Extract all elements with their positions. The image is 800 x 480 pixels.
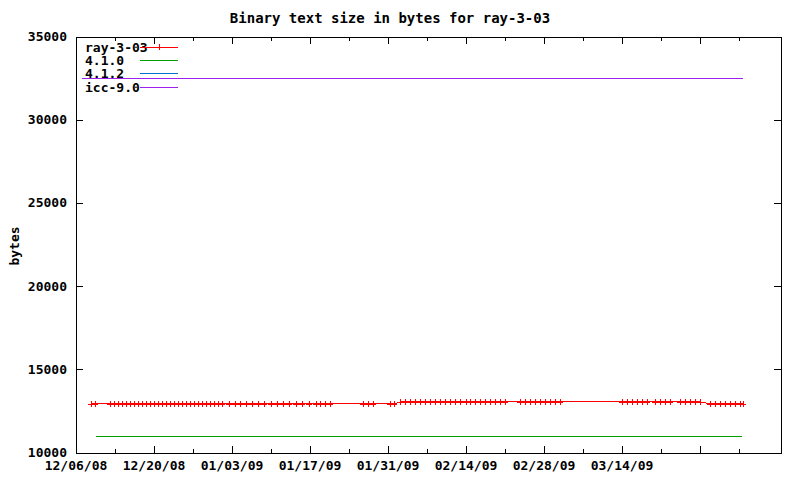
chart-title: Binary text size in bytes for ray-3-03 [0,10,780,26]
y-tick-label: 30000 [28,112,67,127]
y-tick-label: 20000 [28,279,67,294]
axes-ticks: 10000150002000025000300003500012/06/0812… [28,29,781,473]
legend: ray-3-034.1.04.1.2icc-9.0 [85,40,178,95]
x-tick-label: 01/31/09 [357,458,420,473]
y-tick-label: 25000 [28,195,67,210]
series-markers-ray-3-03 [88,399,746,407]
plot-border [76,37,781,453]
legend-marker-ray-3-03 [156,44,162,50]
series-ray-3-03 [88,399,746,407]
plot-area: 10000150002000025000300003500012/06/0812… [0,0,800,480]
x-tick-label: 03/14/09 [591,458,654,473]
x-tick-label: 01/17/09 [279,458,342,473]
x-tick-label: 02/14/09 [435,458,498,473]
x-tick-label: 12/06/08 [45,458,108,473]
x-tick-label: 01/03/09 [201,458,264,473]
y-tick-label: 35000 [28,29,67,44]
x-tick-label: 02/28/09 [513,458,576,473]
y-axis-title: bytes [7,226,22,265]
y-tick-label: 15000 [28,362,67,377]
gnuplot-chart-window: Binary text size in bytes for ray-3-03 b… [0,0,800,480]
x-tick-label: 12/20/08 [123,458,186,473]
legend-label-icc-9.0: icc-9.0 [85,80,140,95]
